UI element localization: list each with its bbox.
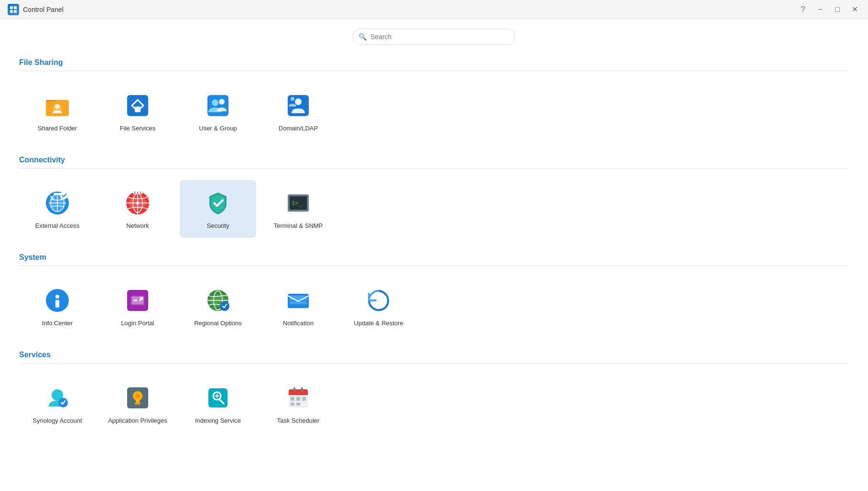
label-network: Network (126, 222, 149, 230)
grid-item-notification[interactable]: Notification (260, 278, 336, 335)
svg-rect-51 (208, 388, 228, 407)
sections-container: File Sharing Shared Folder File Services… (19, 58, 849, 433)
items-grid-connectivity: External Access Network Security $>_ Ter… (19, 180, 849, 238)
items-grid-services: Synology Account Application Privileges … (19, 375, 849, 433)
label-shared-folder: Shared Folder (38, 125, 77, 133)
grid-item-task-scheduler[interactable]: Task Scheduler (260, 375, 336, 433)
icon-notification (285, 287, 312, 314)
items-grid-file-sharing: Shared Folder File Services User & Group… (19, 83, 849, 140)
section-divider-services (19, 363, 849, 363)
grid-item-domain-ldap[interactable]: Domain/LDAP (260, 83, 336, 140)
section-divider-connectivity (19, 168, 849, 169)
section-title-connectivity: Connectivity (19, 156, 849, 164)
svg-rect-58 (291, 397, 294, 401)
items-grid-system: Info Center Login Portal Regional (19, 278, 849, 335)
svg-point-21 (60, 192, 68, 199)
icon-indexing-service (205, 384, 231, 411)
search-input[interactable] (353, 29, 515, 45)
label-domain-ldap: Domain/LDAP (279, 125, 318, 133)
icon-synology-account (44, 384, 71, 411)
grid-item-regional-options[interactable]: Regional Options (180, 278, 256, 335)
grid-item-terminal-snmp[interactable]: $>_ Terminal & SNMP (260, 180, 336, 238)
svg-rect-64 (301, 387, 303, 392)
label-task-scheduler: Task Scheduler (277, 417, 320, 425)
grid-item-info-center[interactable]: Info Center (19, 278, 96, 335)
title-bar: Control Panel ? − □ ✕ (0, 0, 868, 19)
svg-point-24 (136, 202, 139, 204)
label-external-access: External Access (35, 222, 80, 230)
svg-rect-32 (55, 300, 59, 308)
svg-point-50 (135, 394, 140, 398)
search-wrapper: 🔍 (353, 29, 515, 45)
grid-item-indexing-service[interactable]: Indexing Service (180, 375, 256, 433)
icon-file-services (124, 92, 151, 119)
icon-update-restore (365, 287, 392, 314)
svg-rect-8 (135, 107, 141, 112)
help-button[interactable]: ? (797, 4, 809, 15)
svg-rect-3 (14, 10, 17, 13)
section-title-system: System (19, 253, 849, 262)
icon-domain-ldap (285, 92, 312, 119)
icon-login-portal (124, 287, 151, 314)
search-icon: 🔍 (358, 33, 367, 41)
label-security: Security (207, 222, 229, 230)
svg-rect-59 (296, 397, 300, 401)
svg-rect-57 (289, 393, 308, 395)
svg-point-11 (219, 99, 225, 105)
svg-rect-1 (14, 6, 17, 9)
svg-point-10 (212, 99, 218, 106)
icon-application-privileges (124, 384, 151, 411)
grid-item-application-privileges[interactable]: Application Privileges (99, 375, 176, 433)
icon-task-scheduler (285, 384, 312, 411)
icon-network (124, 190, 151, 216)
grid-item-external-access[interactable]: External Access (19, 180, 96, 238)
label-info-center: Info Center (42, 320, 73, 328)
grid-item-shared-folder[interactable]: Shared Folder (19, 83, 96, 140)
grid-item-network[interactable]: Network (99, 180, 176, 238)
svg-rect-62 (296, 403, 300, 406)
grid-item-security[interactable]: Security (180, 180, 256, 238)
section-connectivity: Connectivity External Access (19, 156, 849, 238)
search-bar: 🔍 (19, 29, 849, 45)
svg-rect-63 (293, 387, 295, 392)
maximize-button[interactable]: □ (832, 4, 843, 15)
minimize-button[interactable]: − (814, 4, 826, 15)
svg-rect-7 (127, 95, 148, 116)
label-user-group: User & Group (199, 125, 237, 133)
label-application-privileges: Application Privileges (108, 417, 167, 425)
main-content: 🔍 File Sharing Shared Folder File Servic… (0, 19, 868, 491)
grid-item-login-portal[interactable]: Login Portal (99, 278, 176, 335)
window-title: Control Panel (23, 6, 64, 13)
grid-item-user-group[interactable]: User & Group (180, 83, 256, 140)
section-divider-system (19, 266, 849, 266)
grid-item-file-services[interactable]: File Services (99, 83, 176, 140)
label-file-services: File Services (120, 125, 155, 133)
title-bar-left: Control Panel (8, 4, 64, 15)
section-divider-file-sharing (19, 71, 849, 71)
svg-rect-0 (10, 6, 13, 9)
svg-point-31 (55, 295, 59, 299)
label-synology-account: Synology Account (33, 417, 82, 425)
icon-info-center (44, 287, 71, 314)
svg-rect-61 (291, 403, 294, 406)
icon-user-group (205, 92, 231, 119)
grid-item-synology-account[interactable]: Synology Account (19, 375, 96, 433)
title-bar-controls: ? − □ ✕ (797, 4, 860, 15)
svg-rect-49 (135, 403, 141, 405)
label-indexing-service: Indexing Service (195, 417, 241, 425)
svg-point-6 (55, 104, 60, 109)
grid-item-update-restore[interactable]: Update & Restore (340, 278, 417, 335)
icon-shared-folder (44, 92, 71, 119)
section-services: Services Synology Account Application Pr… (19, 351, 849, 433)
label-terminal-snmp: Terminal & SNMP (274, 222, 323, 230)
section-system: System Info Center Login Portal (19, 253, 849, 335)
section-title-services: Services (19, 351, 849, 359)
label-login-portal: Login Portal (121, 320, 154, 328)
svg-rect-9 (207, 95, 228, 116)
label-update-restore: Update & Restore (354, 320, 403, 328)
close-button[interactable]: ✕ (849, 4, 860, 15)
icon-terminal-snmp: $>_ (285, 190, 312, 216)
section-title-file-sharing: File Sharing (19, 58, 849, 67)
icon-external-access (44, 190, 71, 216)
icon-security (205, 190, 231, 216)
